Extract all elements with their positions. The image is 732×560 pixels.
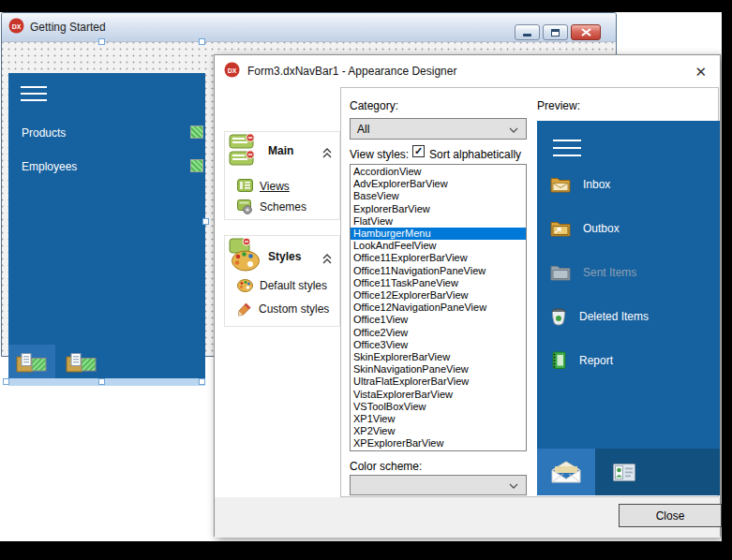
view-style-option[interactable]: AdvExplorerBarView (351, 178, 526, 190)
color-scheme-combobox[interactable] (350, 475, 527, 495)
dialog-close-button[interactable]: ✕ (695, 65, 707, 79)
navbar-item-employees[interactable]: Employees (22, 160, 190, 173)
view-style-option[interactable]: VistaExplorerBarView (351, 389, 526, 401)
image-placeholder-icon (190, 125, 203, 139)
collapse-chevron-icon[interactable] (322, 251, 332, 268)
view-style-option[interactable]: Office1View (351, 314, 526, 326)
appearance-designer-dialog: DX Form3.dxNavBar1 - Appearance Designer… (214, 54, 721, 537)
resize-handle[interactable] (3, 378, 9, 385)
resize-handle[interactable] (199, 38, 205, 45)
preview-item-report[interactable]: Report (550, 351, 613, 370)
views-icon (237, 179, 253, 193)
preview-panel: Inbox Outbox Sent Items (537, 121, 720, 495)
close-window-button[interactable] (571, 24, 601, 40)
preview-item-label: Inbox (583, 178, 610, 191)
svg-text:DX: DX (228, 66, 237, 73)
view-style-option[interactable]: FlatView (351, 215, 526, 228)
hamburger-icon[interactable] (21, 86, 47, 106)
outbox-folder-icon (550, 219, 571, 237)
selection-adorner (8, 378, 205, 386)
view-style-option[interactable]: Office11NavigationPaneView (351, 265, 526, 277)
styles-group-icon (229, 238, 262, 276)
view-styles-label: View styles: (350, 148, 409, 161)
sort-alphabetically-label: Sort alphabetically (429, 148, 521, 161)
preview-item-label: Sent Items (583, 266, 636, 279)
resize-handle[interactable] (98, 38, 105, 45)
view-style-option[interactable]: Office2View (351, 327, 526, 339)
preview-tab-mail[interactable] (537, 449, 595, 495)
minimize-icon (523, 34, 531, 37)
view-style-option[interactable]: XP2View (351, 425, 526, 437)
sidebar-group-main: Main Views Schemes (224, 131, 340, 220)
navbar-bottom-tab-1[interactable] (8, 345, 55, 378)
view-styles-listbox[interactable]: AccordionViewAdvExplorerBarViewBaseViewE… (350, 164, 527, 451)
preview-tabstrip (537, 449, 720, 495)
view-style-option[interactable]: BaseView (351, 190, 526, 202)
view-style-option[interactable]: Office3View (351, 339, 526, 351)
view-style-option[interactable]: Office11ExplorerBarView (351, 252, 526, 264)
navbar-item-label: Products (22, 126, 66, 140)
sidebar-item-schemes[interactable]: Schemes (237, 199, 306, 214)
chevron-down-icon (509, 479, 518, 492)
view-style-option[interactable]: XP1View (351, 413, 526, 425)
view-style-option[interactable]: HamburgerMenu (351, 228, 526, 240)
sidebar-group-styles-header[interactable]: Styles (268, 250, 301, 263)
collapse-chevron-icon[interactable] (322, 145, 332, 162)
preview-item-inbox[interactable]: Inbox (550, 175, 610, 193)
sidebar-item-views[interactable]: Views (237, 179, 290, 193)
sidebar-group-main-header[interactable]: Main (268, 144, 293, 157)
navbar-bottom-tabstrip (8, 345, 205, 378)
designer-content-panel: Category: All View styles: ✓ Sort alphab… (340, 87, 719, 497)
view-style-option[interactable]: Office12NavigationPaneView (351, 302, 526, 314)
sidebar-item-label: Default styles (260, 279, 327, 292)
resize-handle[interactable] (199, 378, 205, 385)
envelope-icon (549, 459, 583, 485)
view-style-option[interactable]: Office12ExplorerBarView (351, 289, 526, 302)
close-icon (581, 28, 591, 37)
minimize-button[interactable] (515, 24, 540, 40)
dialog-titlebar[interactable]: DX Form3.dxNavBar1 - Appearance Designer… (215, 55, 720, 87)
category-combobox[interactable]: All (350, 118, 527, 140)
view-style-option[interactable]: SkinExplorerBarView (351, 351, 526, 363)
image-placeholder-icon (190, 159, 203, 172)
inbox-folder-icon (550, 175, 571, 193)
view-style-option[interactable]: VSToolBoxView (351, 401, 526, 413)
maximize-button[interactable] (543, 24, 568, 40)
sidebar-item-custom-styles[interactable]: Custom styles (237, 302, 329, 317)
trash-icon (550, 307, 567, 326)
navbar-item-products[interactable]: Products (22, 126, 190, 140)
view-style-option[interactable]: Office11TaskPaneView (351, 277, 526, 289)
view-style-option[interactable]: SkinNavigationPaneView (351, 363, 526, 376)
view-style-option[interactable]: UltraFlatExplorerBarView (351, 376, 526, 388)
preview-item-outbox[interactable]: Outbox (550, 219, 620, 237)
preview-item-sent-items[interactable]: Sent Items (550, 263, 636, 281)
main-group-icon (229, 134, 259, 172)
sidebar-item-default-styles[interactable]: Default styles (237, 279, 327, 292)
maximize-icon (551, 29, 560, 37)
resize-handle[interactable] (98, 378, 105, 385)
folder-document-icon (66, 351, 97, 373)
hamburger-icon[interactable] (553, 140, 581, 162)
close-button[interactable]: Close (619, 504, 722, 527)
view-style-option[interactable]: LookAndFeelView (351, 240, 526, 252)
category-label: Category: (350, 99, 398, 112)
preview-item-deleted-items[interactable]: Deleted Items (550, 307, 649, 326)
folder-document-icon (16, 351, 48, 373)
report-book-icon (550, 351, 567, 370)
contact-card-icon (613, 464, 635, 481)
preview-item-label: Report (579, 354, 613, 367)
view-style-option[interactable]: ExplorerBarView (351, 203, 526, 215)
preview-label: Preview: (537, 99, 580, 112)
screen: DX Getting Started Products Employees (0, 0, 732, 560)
navbar-bottom-tab-2[interactable] (55, 345, 108, 378)
view-style-option[interactable]: XPExplorerBarView (351, 437, 526, 449)
preview-tab-contacts[interactable] (595, 449, 653, 495)
palette-icon (237, 279, 253, 292)
sort-alphabetically-checkbox[interactable]: ✓ (412, 145, 425, 157)
view-style-option[interactable]: AccordionView (351, 166, 526, 178)
resize-handle[interactable] (202, 218, 209, 225)
window-title: Getting Started (30, 21, 106, 34)
navbar-control[interactable]: Products Employees (8, 73, 205, 378)
sent-items-folder-icon (550, 263, 571, 281)
schemes-icon (237, 199, 253, 214)
